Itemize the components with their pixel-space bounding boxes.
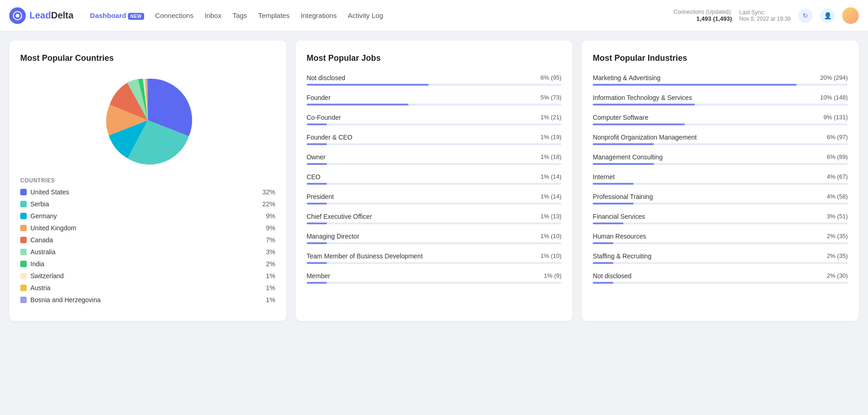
color-dot (20, 189, 27, 195)
industry-pct: 2% (35) (827, 233, 848, 240)
nav-activity-log[interactable]: Activity Log (348, 10, 383, 21)
job-pct: 5% (73) (541, 94, 562, 101)
color-dot (20, 297, 27, 303)
logo-text: LeadDelta (29, 10, 74, 21)
country-name: Austria (30, 284, 262, 292)
list-item: Nonprofit Organization Management 6% (97… (593, 134, 848, 145)
progress-bar (307, 242, 562, 244)
add-user-button[interactable]: 👤 (820, 8, 835, 23)
nav-templates[interactable]: Templates (258, 10, 290, 21)
job-name: Founder (307, 94, 331, 101)
job-name: Owner (307, 153, 326, 161)
industry-name: Marketing & Advertising (593, 74, 660, 82)
industry-pct: 6% (97) (827, 134, 848, 141)
progress-bar (593, 242, 848, 244)
list-item: Member 1% (9) (307, 272, 562, 284)
country-row: United States 32% (20, 188, 275, 196)
progress-bar (593, 163, 848, 165)
progress-fill (307, 84, 429, 86)
industry-pct: 9% (131) (823, 114, 848, 121)
nav-dashboard[interactable]: DashboardNEW (90, 10, 144, 21)
country-pct: 9% (266, 224, 275, 232)
job-pct: 1% (19) (541, 134, 562, 141)
progress-fill (593, 282, 613, 284)
industry-pct: 2% (35) (827, 252, 848, 260)
job-name: Member (307, 272, 330, 280)
industry-name: Not disclosed (593, 272, 631, 280)
color-dot (20, 261, 27, 267)
progress-fill (593, 123, 684, 125)
avatar[interactable] (842, 7, 859, 24)
list-item: Not disclosed 2% (30) (593, 272, 848, 284)
list-item: Information Technology & Services 10% (1… (593, 94, 848, 105)
country-name: Switzerland (30, 272, 262, 280)
country-row: Serbia 22% (20, 200, 275, 208)
progress-bar (593, 203, 848, 205)
progress-bar (593, 282, 848, 284)
progress-fill (307, 183, 327, 185)
progress-bar (307, 123, 562, 125)
job-name: Co-Founder (307, 114, 341, 121)
list-item: Staffing & Recruiting 2% (35) (593, 252, 848, 264)
color-dot (20, 213, 27, 219)
country-pct: 2% (266, 260, 275, 268)
svg-point-1 (16, 14, 19, 18)
nav-integrations[interactable]: Integrations (301, 10, 337, 21)
main-header: LeadDelta DashboardNEW Connections Inbox… (0, 0, 868, 31)
list-item: Co-Founder 1% (21) (307, 114, 562, 125)
industry-name: Management Consulting (593, 153, 663, 161)
nav-tags[interactable]: Tags (233, 10, 247, 21)
job-name: President (307, 193, 334, 200)
progress-fill (307, 143, 327, 145)
progress-bar (593, 143, 848, 145)
jobs-card: Most Popular Jobs Not disclosed 6% (95) … (296, 41, 573, 321)
list-item: Founder 5% (73) (307, 94, 562, 105)
progress-fill (593, 104, 694, 105)
progress-fill (307, 203, 327, 205)
country-row: Germany 9% (20, 212, 275, 220)
industry-name: Professional Training (593, 193, 653, 200)
connections-info: Connections (Updated): 1,493 (1,493) (674, 9, 732, 22)
country-row: Austria 1% (20, 284, 275, 292)
industry-pct: 3% (51) (827, 213, 848, 220)
industry-name: Nonprofit Organization Management (593, 134, 697, 141)
header-right: Connections (Updated): 1,493 (1,493) Las… (674, 7, 859, 24)
progress-bar (307, 262, 562, 264)
progress-fill (593, 222, 623, 224)
progress-fill (593, 84, 797, 86)
nav-inbox[interactable]: Inbox (204, 10, 221, 21)
industry-pct: 4% (67) (827, 173, 848, 181)
logo-icon (9, 7, 26, 24)
countries-title: Most Popular Countries (20, 53, 275, 63)
list-item: Human Resources 2% (35) (593, 233, 848, 244)
country-name: India (30, 260, 262, 268)
job-pct: 1% (10) (541, 233, 562, 240)
list-item: Computer Software 9% (131) (593, 114, 848, 125)
progress-fill (307, 282, 327, 284)
progress-bar (307, 183, 562, 185)
progress-fill (593, 262, 613, 264)
jobs-list: Not disclosed 6% (95) Founder 5% (73) Co… (307, 74, 562, 292)
nav-connections[interactable]: Connections (155, 10, 193, 21)
progress-fill (307, 262, 327, 264)
job-pct: 1% (9) (544, 272, 561, 280)
industry-name: Information Technology & Services (593, 94, 692, 101)
progress-fill (593, 183, 634, 185)
job-name: Chief Executive Officer (307, 213, 372, 220)
list-item: Not disclosed 6% (95) (307, 74, 562, 86)
industries-list: Marketing & Advertising 20% (294) Inform… (593, 74, 848, 292)
country-row: Bosnia and Herzegovina 1% (20, 296, 275, 304)
country-pct: 1% (266, 272, 275, 280)
industry-name: Internet (593, 173, 614, 181)
list-item: Chief Executive Officer 1% (13) (307, 213, 562, 224)
job-name: Not disclosed (307, 74, 345, 82)
sync-info: Last Sync: Nov 8, 2022 at 19:39 (740, 9, 791, 22)
country-name: Australia (30, 248, 262, 256)
job-pct: 6% (95) (541, 74, 562, 82)
logo[interactable]: LeadDelta (9, 7, 74, 24)
list-item: Professional Training 4% (58) (593, 193, 848, 205)
country-pct: 7% (266, 236, 275, 244)
refresh-button[interactable]: ↻ (798, 8, 813, 23)
progress-bar (593, 222, 848, 224)
country-pct: 1% (266, 296, 275, 304)
